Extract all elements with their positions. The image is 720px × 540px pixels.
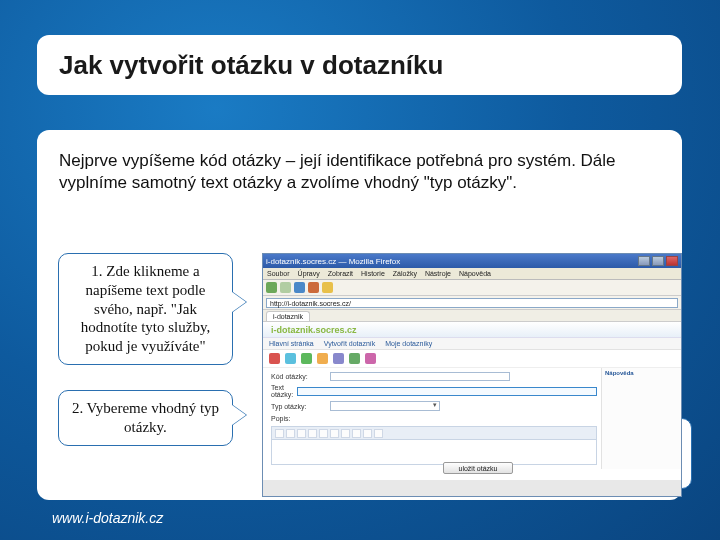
rich-text-toolbar — [271, 426, 597, 439]
callout-step-2: 2. Vybereme vhodný typ otázky. — [58, 390, 233, 446]
app-screenshot: i-dotaznik.socres.cz — Mozilla Firefox S… — [262, 253, 682, 497]
form-row-popis: Popis: — [271, 415, 597, 422]
menu-item[interactable]: Soubor — [267, 270, 290, 277]
menu-item[interactable]: Úpravy — [298, 270, 320, 277]
browser-toolbar — [263, 280, 681, 296]
question-form: Kód otázky: Text otázky: Typ otázky: Pop… — [263, 368, 681, 469]
form-row-typ: Typ otázky: — [271, 401, 597, 411]
slide-title: Jak vytvořit otázku v dotazníku — [59, 50, 443, 81]
footer-url: www.i-dotaznik.cz — [52, 510, 163, 526]
menu-item[interactable]: Historie — [361, 270, 385, 277]
rt-btn[interactable] — [286, 429, 295, 438]
action-icon[interactable] — [269, 353, 280, 364]
window-titlebar: i-dotaznik.socres.cz — Mozilla Firefox — [263, 254, 681, 268]
popis-textarea[interactable] — [271, 439, 597, 465]
logo-main: i-dotaznik — [271, 325, 313, 335]
rt-btn[interactable] — [319, 429, 328, 438]
rt-btn[interactable] — [374, 429, 383, 438]
slide-title-bar: Jak vytvořit otázku v dotazníku — [37, 35, 682, 95]
typ-label: Typ otázky: — [271, 403, 326, 410]
text-label: Text otázky: — [271, 384, 293, 398]
address-input[interactable]: http://i-dotaznik.socres.cz/ — [266, 298, 678, 308]
action-icon[interactable] — [301, 353, 312, 364]
popis-label: Popis: — [271, 415, 326, 422]
help-header: Nápověda — [605, 370, 678, 376]
browser-tab[interactable]: i-dotaznik — [266, 311, 310, 321]
kod-input[interactable] — [330, 372, 510, 381]
action-icon[interactable] — [365, 353, 376, 364]
home-icon[interactable] — [322, 282, 333, 293]
menu-item[interactable]: Záložky — [393, 270, 417, 277]
menu-item[interactable]: Nápověda — [459, 270, 491, 277]
action-icon[interactable] — [317, 353, 328, 364]
callout-step-1: 1. Zde klikneme a napíšeme text podle sv… — [58, 253, 233, 365]
nav-link[interactable]: Hlavní stránka — [269, 340, 314, 347]
rt-btn[interactable] — [352, 429, 361, 438]
nav-link[interactable]: Moje dotazníky — [385, 340, 432, 347]
reload-icon[interactable] — [294, 282, 305, 293]
body-paragraph: Nejprve vypíšeme kód otázky – její ident… — [59, 150, 660, 194]
browser-menubar: Soubor Úpravy Zobrazit Historie Záložky … — [263, 268, 681, 280]
window-buttons — [638, 256, 678, 266]
page-content: i-dotaznik.socres.cz Hlavní stránka Vytv… — [263, 322, 681, 480]
menu-item[interactable]: Zobrazit — [328, 270, 353, 277]
rt-btn[interactable] — [308, 429, 317, 438]
form-row-text: Text otázky: — [271, 384, 597, 398]
site-logo: i-dotaznik.socres.cz — [271, 325, 357, 335]
back-icon[interactable] — [266, 282, 277, 293]
action-icon-row — [263, 350, 681, 368]
rt-btn[interactable] — [363, 429, 372, 438]
tab-strip: i-dotaznik — [263, 310, 681, 322]
site-banner: i-dotaznik.socres.cz — [263, 322, 681, 338]
typ-select[interactable] — [330, 401, 440, 411]
action-icon[interactable] — [349, 353, 360, 364]
text-input[interactable] — [297, 387, 597, 396]
rt-btn[interactable] — [341, 429, 350, 438]
nav-link[interactable]: Vytvořit dotazník — [324, 340, 376, 347]
rt-btn[interactable] — [275, 429, 284, 438]
kod-label: Kód otázky: — [271, 373, 326, 380]
menu-item[interactable]: Nástroje — [425, 270, 451, 277]
help-sidebar: Nápověda — [601, 368, 681, 469]
action-icon[interactable] — [285, 353, 296, 364]
window-title: i-dotaznik.socres.cz — Mozilla Firefox — [266, 257, 400, 266]
logo-suffix: .socres.cz — [313, 325, 357, 335]
close-button[interactable] — [666, 256, 678, 266]
stop-icon[interactable] — [308, 282, 319, 293]
address-bar-row: http://i-dotaznik.socres.cz/ — [263, 296, 681, 310]
minimize-button[interactable] — [638, 256, 650, 266]
action-icon[interactable] — [333, 353, 344, 364]
maximize-button[interactable] — [652, 256, 664, 266]
rt-btn[interactable] — [330, 429, 339, 438]
rt-btn[interactable] — [297, 429, 306, 438]
site-navbar: Hlavní stránka Vytvořit dotazník Moje do… — [263, 338, 681, 350]
save-question-button[interactable]: uložit otázku — [443, 462, 513, 474]
form-row-kod: Kód otázky: — [271, 372, 597, 381]
forward-icon[interactable] — [280, 282, 291, 293]
